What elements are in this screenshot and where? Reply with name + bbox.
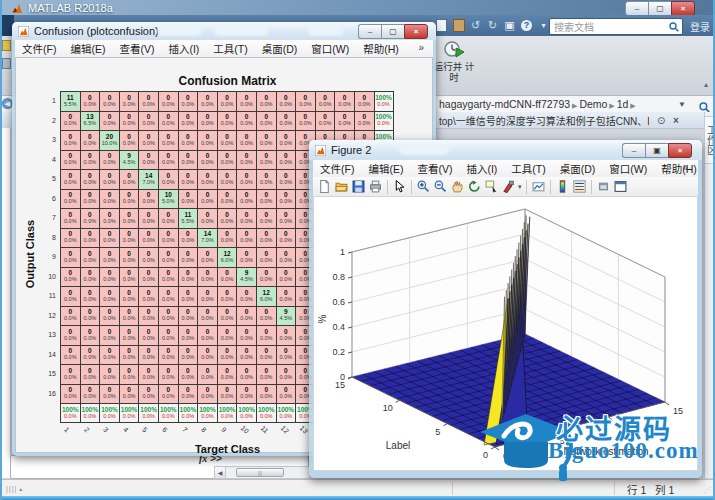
menu-item[interactable]: 桌面(D) — [553, 160, 603, 177]
new-document-icon[interactable] — [316, 179, 333, 195]
cm-cell: 00.0% — [159, 229, 179, 249]
cm-row-label: 10 — [42, 273, 56, 280]
save-icon[interactable] — [350, 179, 367, 195]
close-button[interactable]: × — [404, 24, 428, 39]
cm-cell: 00.0% — [257, 170, 277, 190]
cm-cell: 00.0% — [257, 326, 277, 346]
cm-cell: 00.0% — [237, 170, 257, 190]
menu-item[interactable]: 工具(T) — [504, 160, 552, 177]
pin-pane-icon[interactable]: ⊙ — [657, 115, 665, 126]
close-pane-icon[interactable]: × — [673, 115, 679, 126]
scroll-left-icon[interactable]: ◀ — [215, 467, 226, 478]
cm-cell: 00.0% — [61, 131, 81, 151]
layout-icon[interactable]: ▣ — [502, 18, 517, 32]
cm-cell: 00.0% — [120, 209, 140, 229]
help-icon[interactable]: ? — [519, 18, 534, 32]
cm-cell: 100%0.0% — [218, 404, 238, 423]
minimize-button[interactable]: – — [625, 1, 648, 16]
cm-cell: 00.0% — [61, 326, 81, 346]
menu-item[interactable]: 帮助(H) — [356, 40, 406, 57]
breadcrumb[interactable]: hagaygarty-mdCNN-ff72793 ▶ Demo ▶ 1d ▶ — [439, 98, 636, 110]
pointer-icon[interactable] — [391, 179, 408, 195]
document-bar-title: top\一维信号的深度学习算法和例子包括CNN、DBN等，... — [439, 113, 649, 128]
brush-dropdown-icon[interactable]: ▾ — [518, 183, 522, 191]
breadcrumb-dropdown-icon[interactable]: ▼ — [678, 100, 686, 109]
restore-button[interactable]: ▣ — [645, 143, 668, 158]
paste-icon[interactable] — [451, 18, 466, 32]
minimize-button[interactable]: – — [358, 24, 381, 39]
menu-overflow-icon[interactable]: » — [682, 162, 694, 173]
redo-icon[interactable]: ↻ — [485, 18, 500, 32]
open-folder-icon[interactable] — [333, 179, 350, 195]
data-cursor-icon[interactable] — [483, 179, 500, 195]
menu-item[interactable]: 窗口(W) — [304, 40, 356, 57]
menu-overflow-icon[interactable]: » — [418, 42, 430, 53]
menu-item[interactable]: 插入(I) — [459, 160, 504, 177]
menu-item[interactable]: 窗口(W) — [602, 160, 654, 177]
cm-cell: 00.0% — [139, 365, 159, 385]
search-icon[interactable] — [669, 18, 682, 36]
statusbar-grip-icon[interactable]: |||| — [6, 485, 17, 492]
cm-cell: 00.0% — [120, 190, 140, 210]
blurred-text — [308, 26, 344, 36]
statusbar-grip-arrow-icon[interactable]: ▴ — [19, 485, 22, 492]
cm-cell: 00.0% — [257, 307, 277, 327]
maximize-button[interactable]: ▢ — [381, 24, 404, 39]
maximize-button[interactable]: ▢ — [648, 1, 671, 16]
confusion-menubar: 文件(F)编辑(E)查看(V)插入(I)工具(T)桌面(D)窗口(W)帮助(H) — [15, 40, 433, 58]
login-link[interactable]: 登录 — [690, 19, 710, 34]
menu-item[interactable]: 插入(I) — [161, 40, 206, 57]
breadcrumb-item[interactable]: 1d — [617, 98, 629, 110]
watermark-site: Biguo100.com — [548, 438, 699, 464]
menu-item[interactable]: 帮助(H) — [654, 160, 704, 177]
expand-figure-icon[interactable] — [612, 179, 629, 195]
cm-cell: 00.0% — [159, 131, 179, 151]
menu-item[interactable]: 编辑(E) — [361, 160, 410, 177]
status-bar: |||| ▴ 行 1 列 1 ⋰ — [2, 479, 715, 497]
close-button[interactable]: × — [671, 1, 695, 16]
cm-cell: 00.0% — [159, 287, 179, 307]
cm-cell: 00.0% — [198, 346, 218, 366]
scrollbar-thumb[interactable]: ||| — [236, 468, 284, 477]
menu-item[interactable]: 查看(V) — [112, 40, 161, 57]
main-window-controls: – ▢ × — [625, 1, 695, 16]
menu-item[interactable]: 查看(V) — [410, 160, 459, 177]
menu-item[interactable]: 文件(F) — [313, 160, 361, 177]
link-plot-icon[interactable] — [530, 179, 547, 195]
workspace-tab[interactable]: 工作区 — [704, 116, 715, 164]
run-and-time-button[interactable]: 运行并 计时 — [432, 38, 476, 92]
cm-row-label: 6 — [42, 195, 56, 202]
pan-hand-icon[interactable] — [449, 179, 466, 195]
minimize-button[interactable]: – — [622, 143, 645, 158]
colorbar-icon[interactable] — [554, 179, 571, 195]
cm-cell: 00.0% — [198, 326, 218, 346]
main-titlebar[interactable]: MATLAB R2018a – ▢ × — [2, 0, 715, 15]
menu-item[interactable]: 工具(T) — [206, 40, 254, 57]
brush-icon[interactable] — [500, 179, 517, 195]
figure2-titlebar[interactable]: Figure 2 – ▣ × — [309, 140, 702, 160]
dock-figure-icon[interactable] — [595, 179, 612, 195]
zoom-out-icon[interactable] — [432, 179, 449, 195]
resize-grip-icon[interactable]: ⋰ — [704, 486, 711, 494]
close-button[interactable]: × — [668, 143, 692, 158]
breadcrumb-item[interactable]: hagaygarty-mdCNN-ff72793 — [439, 98, 570, 110]
confusion-titlebar[interactable]: Confusion (plotconfusion) – ▢ × — [12, 22, 436, 40]
legend-icon[interactable] — [571, 179, 588, 195]
breadcrumb-item[interactable]: Demo — [579, 98, 607, 110]
menu-item[interactable]: 桌面(D) — [255, 40, 305, 57]
copy-icon[interactable] — [434, 18, 449, 32]
cm-cell: 00.0% — [218, 287, 238, 307]
undo-icon[interactable]: ↺ — [468, 18, 483, 32]
horizontal-scrollbar[interactable]: ◀ ||| — [214, 466, 310, 479]
cm-cell: 00.0% — [120, 248, 140, 268]
print-icon[interactable] — [367, 179, 384, 195]
cm-cell: 115.5% — [179, 209, 199, 229]
zoom-in-icon[interactable] — [415, 179, 432, 195]
rotate-3d-icon[interactable] — [466, 179, 483, 195]
doc-search-box[interactable]: 搜索文档 — [549, 18, 683, 35]
cm-cell: 00.0% — [237, 365, 257, 385]
menu-item[interactable]: 编辑(E) — [63, 40, 112, 57]
confusion-window-controls: – ▢ × — [358, 24, 428, 39]
menu-item[interactable]: 文件(F) — [15, 40, 63, 57]
collapse-toolstrip-icon[interactable]: ▴ — [704, 80, 708, 89]
